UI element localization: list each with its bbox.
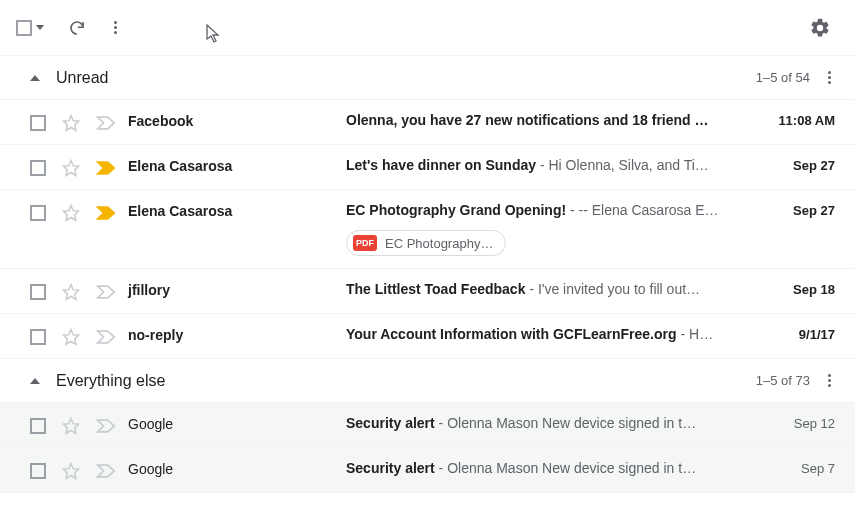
dropdown-caret-icon [36,25,44,30]
importance-marker[interactable] [96,463,116,479]
email-row[interactable]: jfilloryThe Littlest Toad Feedback - I'v… [0,269,855,314]
attachment-name: EC Photography… [385,236,493,251]
row-controls [30,204,128,222]
section-more-button[interactable] [824,67,835,88]
email-row[interactable]: no-replyYour Account Information with GC… [0,314,855,359]
select-all-button[interactable] [16,20,44,36]
star-button[interactable] [62,328,80,346]
subject: The Littlest Toad Feedback [346,281,525,297]
gear-icon [809,17,831,39]
date: Sep 18 [755,281,835,297]
subject: Your Account Information with GCFLearnFr… [346,326,677,342]
row-checkbox[interactable] [30,329,46,345]
email-row[interactable]: FacebookOlenna, you have 27 new notifica… [0,100,855,145]
sender: Facebook [128,112,346,129]
svg-marker-3 [64,285,79,300]
row-content: EC Photography Grand Opening! - -- Elena… [346,202,755,256]
pagination-label: 1–5 of 73 [756,373,810,388]
section-right: 1–5 of 73 [756,370,835,391]
cursor-icon [206,24,222,47]
refresh-icon [68,19,86,37]
section-title: Everything else [56,372,165,390]
collapse-caret-icon[interactable] [30,378,40,384]
row-content: Let's have dinner on Sunday - Hi Olenna,… [346,157,755,173]
preview: - Hi Olenna, Silva, and Ti… [536,157,709,173]
date: Sep 27 [755,202,835,218]
preview: - Olenna Mason New device signed in t… [435,415,696,431]
date: 11:08 AM [755,112,835,128]
settings-button[interactable] [809,17,831,39]
star-button[interactable] [62,462,80,480]
importance-marker[interactable] [96,160,116,176]
preview: - I've invited you to fill out… [525,281,700,297]
importance-marker[interactable] [96,329,116,345]
star-button[interactable] [62,159,80,177]
date: Sep 27 [755,157,835,173]
row-content: Security alert - Olenna Mason New device… [346,460,755,476]
row-controls [30,283,128,301]
subject: EC Photography Grand Opening! [346,202,566,218]
row-checkbox[interactable] [30,205,46,221]
row-controls [30,462,128,480]
sender: Elena Casarosa [128,202,346,219]
pagination-label: 1–5 of 54 [756,70,810,85]
importance-marker[interactable] [96,418,116,434]
svg-marker-2 [64,206,79,221]
checkbox-icon [16,20,32,36]
star-button[interactable] [62,283,80,301]
importance-marker[interactable] [96,284,116,300]
date: Sep 12 [755,415,835,431]
collapse-caret-icon[interactable] [30,75,40,81]
row-content: Security alert - Olenna Mason New device… [346,415,755,431]
section-more-button[interactable] [824,370,835,391]
row-controls [30,328,128,346]
subject: Olenna, you have 27 new notifications an… [346,112,709,128]
row-checkbox[interactable] [30,115,46,131]
section-right: 1–5 of 54 [756,67,835,88]
star-button[interactable] [62,114,80,132]
more-button[interactable] [110,17,121,38]
svg-marker-6 [64,464,79,479]
sender: Google [128,460,346,477]
section-title: Unread [56,69,108,87]
row-controls [30,417,128,435]
refresh-button[interactable] [68,19,86,37]
importance-marker[interactable] [96,115,116,131]
pdf-icon: PDF [353,235,377,251]
sender: jfillory [128,281,346,298]
star-button[interactable] [62,417,80,435]
row-checkbox[interactable] [30,463,46,479]
importance-marker[interactable] [96,205,116,221]
email-row[interactable]: GoogleSecurity alert - Olenna Mason New … [0,448,855,493]
row-content: Olenna, you have 27 new notifications an… [346,112,755,128]
row-checkbox[interactable] [30,160,46,176]
preview: - H… [677,326,714,342]
attachment-chip[interactable]: PDFEC Photography… [346,230,506,256]
email-row[interactable]: Elena CasarosaLet's have dinner on Sunda… [0,145,855,190]
date: Sep 7 [755,460,835,476]
preview: - Olenna Mason New device signed in t… [435,460,696,476]
svg-marker-4 [64,330,79,345]
svg-marker-5 [64,419,79,434]
email-row[interactable]: Elena CasarosaEC Photography Grand Openi… [0,190,855,269]
date: 9/1/17 [755,326,835,342]
sender: Google [128,415,346,432]
row-checkbox[interactable] [30,284,46,300]
sender: Elena Casarosa [128,157,346,174]
sender: no-reply [128,326,346,343]
row-content: Your Account Information with GCFLearnFr… [346,326,755,342]
subject: Security alert [346,460,435,476]
email-row[interactable]: GoogleSecurity alert - Olenna Mason New … [0,403,855,448]
toolbar-left [16,17,121,38]
star-button[interactable] [62,204,80,222]
section-header: Unread1–5 of 54 [0,56,855,100]
row-controls [30,159,128,177]
preview: - -- Elena Casarosa E… [566,202,719,218]
subject: Security alert [346,415,435,431]
svg-marker-0 [64,116,79,131]
row-content: The Littlest Toad Feedback - I've invite… [346,281,755,297]
row-checkbox[interactable] [30,418,46,434]
section-header: Everything else1–5 of 73 [0,359,855,403]
svg-marker-1 [64,161,79,176]
toolbar [0,0,855,56]
